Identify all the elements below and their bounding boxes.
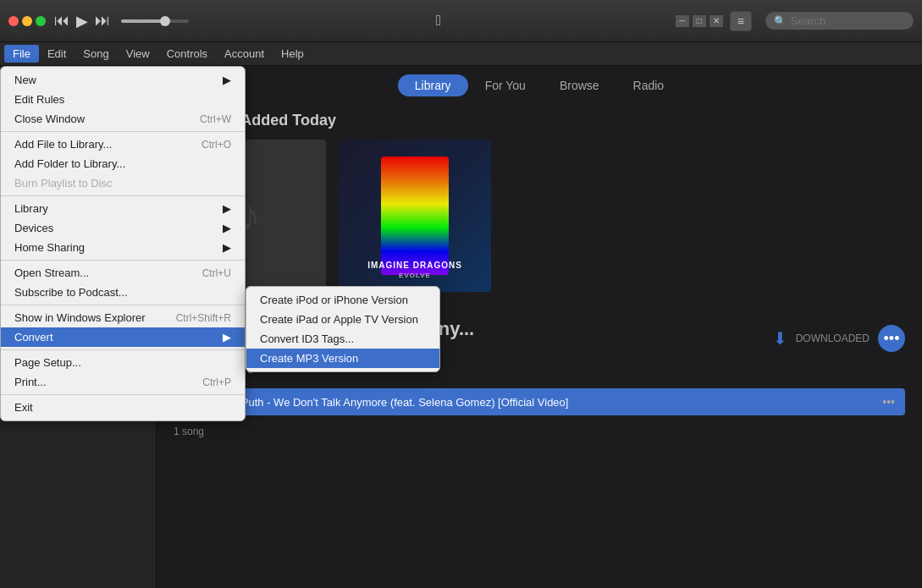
tab-for-you[interactable]: For You <box>468 74 543 96</box>
submenu-arrow: ▶ <box>223 74 231 86</box>
create-mp3-label: Create MP3 Version <box>260 352 426 365</box>
menu-open-stream-label: Open Stream... <box>14 267 202 279</box>
song-row-more-icon[interactable]: ••• <box>882 395 895 409</box>
menu-edit-rules[interactable]: Edit Rules <box>1 90 245 109</box>
tab-radio[interactable]: Radio <box>616 74 682 96</box>
album-grid: ♪ Unknown Album IMAGINE DRAGONSEVOLVE <box>174 140 905 310</box>
close-button[interactable] <box>8 16 19 26</box>
menu-edit-rules-label: Edit Rules <box>14 93 231 106</box>
file-dropdown-menu: New ▶ Edit Rules Close Window Ctrl+W Add… <box>0 66 246 421</box>
restore-win-button[interactable]: □ <box>693 15 706 27</box>
window-action-buttons: ─ □ ✕ <box>676 15 723 27</box>
menu-add-file[interactable]: Add File to Library... Ctrl+O <box>1 135 245 154</box>
apple-logo:  <box>202 12 676 30</box>
menu-open-stream[interactable]: Open Stream... Ctrl+U <box>1 263 245 283</box>
menu-add-folder[interactable]: Add Folder to Library... <box>1 154 245 173</box>
menu-divider-2 <box>1 195 245 196</box>
convert-arrow: ▶ <box>223 331 231 343</box>
tab-browse[interactable]: Browse <box>543 74 616 96</box>
menu-close-window[interactable]: Close Window Ctrl+W <box>1 109 245 129</box>
menu-show-explorer[interactable]: Show in Windows Explorer Ctrl+Shift+R <box>1 308 245 327</box>
menu-view[interactable]: View <box>118 45 158 63</box>
song-row: ♡ Charlie Puth - We Don't Talk Anymore (… <box>174 388 905 415</box>
menu-print-label: Print... <box>14 376 202 388</box>
menu-subscribe-podcast-label: Subscribe to Podcast... <box>14 286 231 299</box>
menu-library[interactable]: Library ▶ <box>1 199 245 218</box>
print-shortcut: Ctrl+P <box>202 376 231 388</box>
maximize-button[interactable] <box>36 16 46 26</box>
download-icon: ⬇ <box>773 328 787 349</box>
id-band-name: IMAGINE DRAGONSEVOLVE <box>367 261 462 279</box>
menu-song[interactable]: Song <box>75 45 117 63</box>
menu-burn-playlist-label: Burn Playlist to Disc <box>14 177 231 190</box>
fast-forward-button[interactable]: ⏭ <box>95 12 110 30</box>
menu-library-label: Library <box>14 202 223 215</box>
search-bar[interactable]: 🔍 <box>765 12 914 30</box>
menu-divider-5 <box>1 349 245 350</box>
open-stream-shortcut: Ctrl+U <box>202 267 231 279</box>
close-window-shortcut: Ctrl+W <box>200 113 231 125</box>
titlebar: ⏮ ▶ ⏭  ─ □ ✕ ≡ 🔍 <box>0 0 922 42</box>
show-explorer-shortcut: Ctrl+Shift+R <box>176 312 231 324</box>
menu-create-mp3[interactable]: Create MP3 Version <box>246 349 439 368</box>
minimize-win-button[interactable]: ─ <box>676 15 689 27</box>
rainbow-graphic <box>381 157 449 275</box>
menubar: File Edit Song View Controls Account Hel… <box>0 42 922 66</box>
song-row-title: Charlie Puth - We Don't Talk Anymore (fe… <box>203 396 874 409</box>
menu-account[interactable]: Account <box>216 45 273 63</box>
menu-file[interactable]: File <box>4 45 39 63</box>
menu-close-window-label: Close Window <box>14 113 200 125</box>
create-ipad-label: Create iPad or Apple TV Version <box>260 313 426 326</box>
menu-divider-6 <box>1 394 245 395</box>
search-icon: 🔍 <box>774 15 787 27</box>
song-actions: ⬇ DOWNLOADED ••• <box>773 325 905 352</box>
menu-devices[interactable]: Devices ▶ <box>1 218 245 238</box>
create-ipod-label: Create iPod or iPhone Version <box>260 294 426 306</box>
minimize-button[interactable] <box>22 16 32 26</box>
menu-print[interactable]: Print... Ctrl+P <box>1 372 245 392</box>
menu-page-setup-label: Page Setup... <box>14 356 231 369</box>
close-win-button[interactable]: ✕ <box>709 15 723 27</box>
album-card-2[interactable]: IMAGINE DRAGONSEVOLVE Evolve <box>339 140 491 310</box>
menu-add-folder-label: Add Folder to Library... <box>14 157 231 170</box>
tab-library[interactable]: Library <box>398 74 468 96</box>
imagine-dragons-art: IMAGINE DRAGONSEVOLVE <box>339 140 491 292</box>
menu-devices-label: Devices <box>14 222 223 234</box>
window-controls <box>8 16 46 26</box>
more-options-button[interactable]: ••• <box>878 325 905 352</box>
transport-controls: ⏮ ▶ ⏭ <box>54 12 193 30</box>
menu-controls[interactable]: Controls <box>158 45 216 63</box>
nav-tabs: Library For You Browse Radio <box>157 66 922 103</box>
play-button[interactable]: ▶ <box>76 12 88 30</box>
menu-divider-4 <box>1 305 245 305</box>
menu-exit-label: Exit <box>14 401 231 414</box>
menu-help[interactable]: Help <box>273 45 312 63</box>
library-arrow: ▶ <box>223 202 231 215</box>
menu-new-label: New <box>14 74 223 86</box>
section-title: Recently Added Today <box>174 112 905 129</box>
menu-show-explorer-label: Show in Windows Explorer <box>14 311 176 324</box>
menu-edit[interactable]: Edit <box>39 45 75 63</box>
add-file-shortcut: Ctrl+O <box>202 139 231 151</box>
menu-exit[interactable]: Exit <box>1 398 245 417</box>
menu-home-sharing[interactable]: Home Sharing ▶ <box>1 238 245 257</box>
dropdown-overlay: New ▶ Edit Rules Close Window Ctrl+W Add… <box>0 66 246 421</box>
song-list: ♡ Charlie Puth - We Don't Talk Anymore (… <box>157 388 922 415</box>
menu-create-ipad[interactable]: Create iPad or Apple TV Version <box>246 310 439 329</box>
menu-convert-id3[interactable]: Convert ID3 Tags... <box>246 329 439 349</box>
menu-home-sharing-label: Home Sharing <box>14 241 223 254</box>
menu-subscribe-podcast[interactable]: Subscribe to Podcast... <box>1 283 245 302</box>
search-input[interactable] <box>791 14 901 27</box>
volume-slider[interactable] <box>121 19 189 23</box>
menu-new[interactable]: New ▶ <box>1 70 245 90</box>
menu-page-setup[interactable]: Page Setup... <box>1 353 245 372</box>
menu-divider-3 <box>1 260 245 261</box>
menu-create-ipod[interactable]: Create iPod or iPhone Version <box>246 290 439 310</box>
rewind-button[interactable]: ⏮ <box>54 12 69 30</box>
menu-convert[interactable]: Convert ▶ <box>1 327 245 347</box>
downloaded-badge: DOWNLOADED <box>796 332 870 344</box>
menu-add-file-label: Add File to Library... <box>14 138 202 151</box>
menu-burn-playlist: Burn Playlist to Disc <box>1 173 245 193</box>
convert-submenu: Create iPod or iPhone Version Create iPa… <box>246 286 440 372</box>
list-view-button[interactable]: ≡ <box>730 11 752 31</box>
